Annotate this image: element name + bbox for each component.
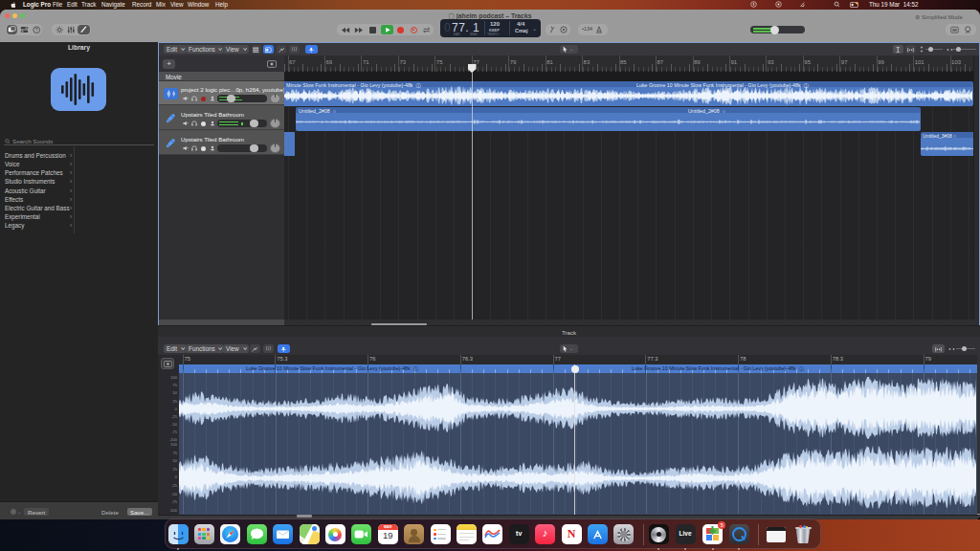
svg-text:?: ? [35, 26, 38, 32]
